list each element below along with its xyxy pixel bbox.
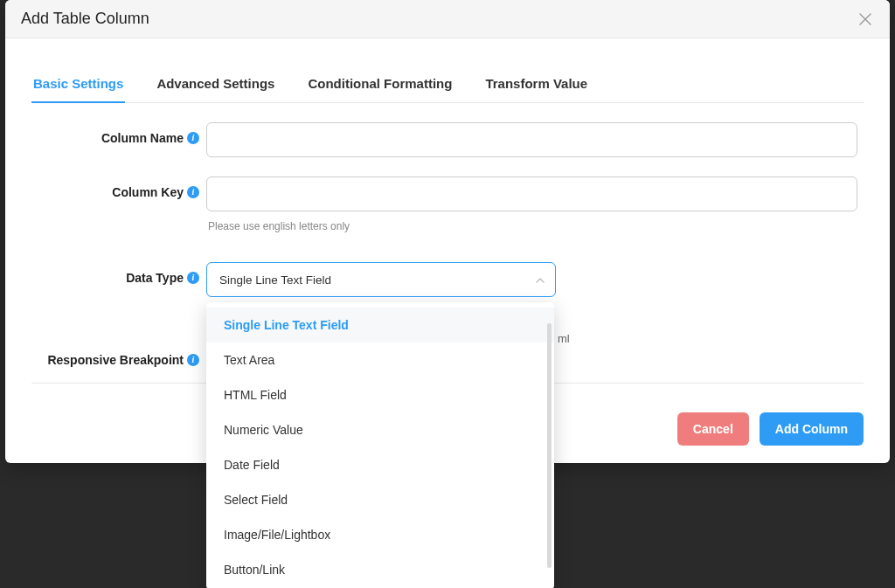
- dropdown-scrollbar[interactable]: [547, 323, 552, 568]
- option-numeric-value[interactable]: Numeric Value: [206, 412, 554, 447]
- data-type-side-hint: ml: [558, 332, 570, 345]
- info-icon[interactable]: i: [187, 354, 199, 366]
- data-type-selected-value: Single Line Text Field: [219, 273, 331, 287]
- info-icon[interactable]: i: [187, 272, 199, 284]
- label-responsive-breakpoint: Responsive Breakpoint i: [31, 346, 206, 367]
- data-type-select-box[interactable]: Single Line Text Field: [206, 262, 556, 297]
- label-column-name: Column Name i: [31, 122, 206, 145]
- option-html-field[interactable]: HTML Field: [206, 377, 554, 412]
- info-icon[interactable]: i: [187, 132, 199, 144]
- modal-body: Basic Settings Advanced Settings Conditi…: [5, 38, 890, 398]
- data-type-dropdown: Single Line Text Field Text Area HTML Fi…: [206, 302, 554, 588]
- row-data-type: Data Type i Single Line Text Field Singl…: [31, 262, 864, 297]
- option-date-field[interactable]: Date Field: [206, 447, 554, 482]
- add-column-button[interactable]: Add Column: [760, 412, 864, 446]
- option-single-line-text-field[interactable]: Single Line Text Field: [206, 308, 554, 342]
- label-data-type: Data Type i: [31, 262, 206, 285]
- option-image-file-lightbox[interactable]: Image/File/Lightbox: [206, 517, 554, 552]
- tab-basic-settings[interactable]: Basic Settings: [31, 67, 125, 103]
- modal-title: Add Table Column: [21, 10, 149, 28]
- row-column-key: Column Key i Please use english letters …: [31, 176, 864, 232]
- tab-transform-value[interactable]: Transform Value: [483, 67, 589, 103]
- cancel-button[interactable]: Cancel: [677, 412, 749, 446]
- chevron-up-icon: [535, 273, 545, 286]
- option-select-field[interactable]: Select Field: [206, 482, 554, 517]
- column-name-input[interactable]: [206, 122, 857, 157]
- option-text-area[interactable]: Text Area: [206, 342, 554, 377]
- row-column-name: Column Name i: [31, 122, 864, 157]
- column-key-input[interactable]: [206, 176, 857, 211]
- close-icon[interactable]: [857, 10, 874, 28]
- tabs: Basic Settings Advanced Settings Conditi…: [31, 66, 864, 103]
- label-column-key: Column Key i: [31, 176, 206, 199]
- tab-advanced-settings[interactable]: Advanced Settings: [155, 67, 276, 103]
- modal-header: Add Table Column: [5, 0, 890, 38]
- tab-conditional-formatting[interactable]: Conditional Formatting: [306, 67, 454, 103]
- info-icon[interactable]: i: [187, 186, 199, 198]
- data-type-select[interactable]: Single Line Text Field Single Line Text …: [206, 262, 556, 297]
- add-table-column-modal: Add Table Column Basic Settings Advanced…: [5, 0, 890, 463]
- option-button-link[interactable]: Button/Link: [206, 552, 554, 584]
- column-key-helper: Please use english letters only: [208, 220, 857, 232]
